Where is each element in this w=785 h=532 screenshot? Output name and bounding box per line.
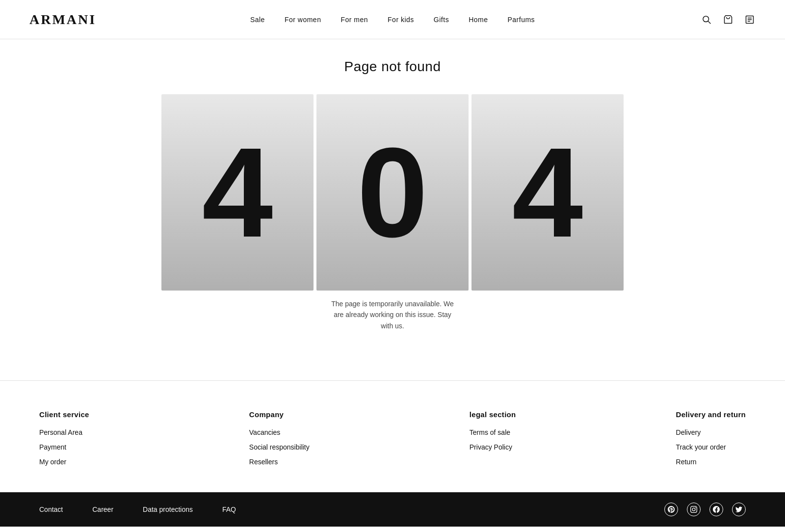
footer-link-1-1[interactable]: Social responsibility: [249, 443, 310, 451]
site-logo[interactable]: ARMANI: [29, 12, 96, 27]
bottom-bar: ContactCareerData protectionsFAQ: [0, 492, 785, 527]
footer-col-2: legal sectionTerms of salePrivacy Policy: [470, 410, 516, 473]
svg-line-1: [708, 21, 710, 24]
panel-left: 4: [161, 94, 314, 291]
bottom-link-1[interactable]: Career: [92, 505, 113, 513]
footer-links: Client servicePersonal AreaPaymentMy ord…: [0, 380, 785, 492]
nav-item-for-kids[interactable]: For kids: [388, 16, 414, 24]
footer-col-heading-0: Client service: [39, 410, 89, 419]
digit-left: 4: [202, 129, 273, 256]
error-panels: 40The page is temporarily unavailable. W…: [29, 94, 756, 331]
search-icon[interactable]: [701, 14, 712, 26]
bottom-bar-links: ContactCareerData protectionsFAQ: [39, 505, 236, 513]
footer-link-2-1[interactable]: Privacy Policy: [470, 443, 516, 451]
digit-right: 4: [512, 129, 583, 256]
main-content: Page not found40The page is temporarily …: [0, 39, 785, 351]
account-icon[interactable]: [744, 14, 756, 26]
panel-center: 0: [316, 94, 469, 291]
twitter-icon[interactable]: [732, 503, 746, 516]
footer-link-1-2[interactable]: Resellers: [249, 458, 310, 466]
bottom-link-3[interactable]: FAQ: [222, 505, 236, 513]
social-icons: [664, 503, 746, 516]
footer-col-1: CompanyVacanciesSocial responsibilityRes…: [249, 410, 310, 473]
main-nav: SaleFor womenFor menFor kidsGiftsHomePar…: [250, 16, 535, 24]
footer-link-0-2[interactable]: My order: [39, 458, 89, 466]
footer-col-heading-2: legal section: [470, 410, 516, 419]
bottom-link-2[interactable]: Data protections: [143, 505, 193, 513]
footer-link-2-0[interactable]: Terms of sale: [470, 428, 516, 436]
footer-link-0-0[interactable]: Personal Area: [39, 428, 89, 436]
error-message: The page is temporarily unavailable. We …: [329, 298, 456, 331]
nav-item-sale[interactable]: Sale: [250, 16, 265, 24]
nav-item-for-women[interactable]: For women: [285, 16, 321, 24]
instagram-icon[interactable]: [687, 503, 701, 516]
footer-link-0-1[interactable]: Payment: [39, 443, 89, 451]
facebook-icon[interactable]: [709, 503, 723, 516]
footer-link-3-0[interactable]: Delivery: [676, 428, 746, 436]
bottom-link-0[interactable]: Contact: [39, 505, 63, 513]
site-header: ARMANI SaleFor womenFor menFor kidsGifts…: [0, 0, 785, 39]
footer-col-heading-1: Company: [249, 410, 310, 419]
digit-center: 0: [357, 129, 428, 256]
footer-col-0: Client servicePersonal AreaPaymentMy ord…: [39, 410, 89, 473]
pinterest-icon[interactable]: [664, 503, 678, 516]
panel-right: 4: [471, 94, 624, 291]
nav-item-gifts[interactable]: Gifts: [434, 16, 449, 24]
page-title: Page not found: [29, 59, 756, 75]
footer-link-3-2[interactable]: Return: [676, 458, 746, 466]
footer-link-1-0[interactable]: Vacancies: [249, 428, 310, 436]
footer-col-3: Delivery and returnDeliveryTrack your or…: [676, 410, 746, 473]
bag-icon[interactable]: [722, 14, 734, 26]
nav-item-home[interactable]: Home: [469, 16, 488, 24]
footer-link-3-1[interactable]: Track your order: [676, 443, 746, 451]
nav-item-for-men[interactable]: For men: [340, 16, 368, 24]
nav-item-parfums[interactable]: Parfums: [508, 16, 535, 24]
header-icons: [701, 14, 756, 26]
footer-col-heading-3: Delivery and return: [676, 410, 746, 419]
panel-center-wrapper: 0The page is temporarily unavailable. We…: [316, 94, 469, 331]
svg-point-0: [703, 16, 709, 22]
